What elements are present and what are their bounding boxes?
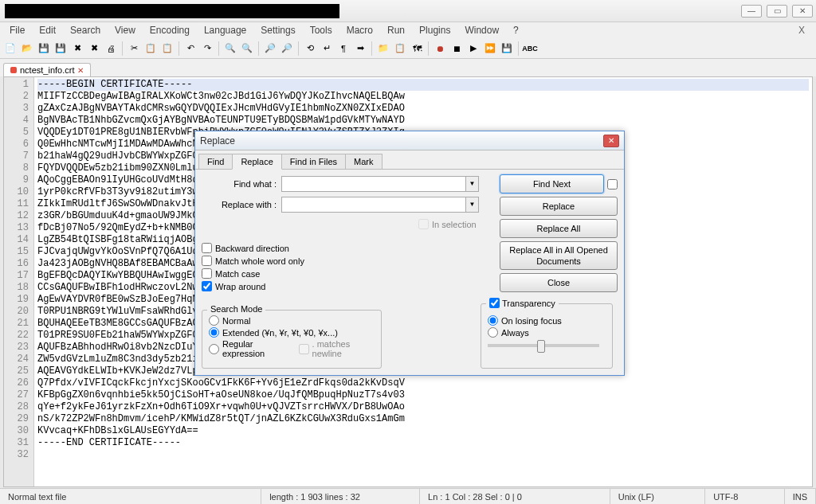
menu-plugins[interactable]: Plugins xyxy=(413,23,457,37)
in-selection-checkbox xyxy=(418,219,429,229)
mode-regex[interactable]: Regular expression . matches newline xyxy=(209,339,375,358)
close-doc-button[interactable]: X xyxy=(792,23,813,37)
close-icon[interactable]: ✖ xyxy=(70,41,84,56)
indent-icon[interactable]: ➡ xyxy=(353,41,367,56)
funclist-icon[interactable]: 📋 xyxy=(393,41,407,56)
menu-encoding[interactable]: Encoding xyxy=(143,23,196,37)
transparency-legend: Transparency xyxy=(502,299,555,308)
mode-extended-label: Extended (¥n, ¥r, ¥t, ¥0, ¥x...) xyxy=(222,328,338,338)
menu-macro[interactable]: Macro xyxy=(340,23,379,37)
save-icon[interactable]: 💾 xyxy=(37,41,51,56)
replace-icon[interactable]: 🔍 xyxy=(240,41,254,56)
minimize-button[interactable]: — xyxy=(741,5,762,18)
wrap-check[interactable]: Wrap around xyxy=(202,281,304,291)
new-icon[interactable]: 📄 xyxy=(3,41,18,56)
replace-all-docs-button[interactable]: Replace All in All Opened Documents xyxy=(500,241,618,270)
zoomout-icon[interactable]: 🔎 xyxy=(280,41,294,56)
matchcase-label: Match case xyxy=(215,269,260,279)
wrap-checkbox[interactable] xyxy=(202,281,212,291)
backward-label: Backward direction xyxy=(215,244,289,253)
status-filetype: Normal text file xyxy=(0,489,261,504)
copy-icon[interactable]: 📋 xyxy=(143,41,158,56)
tab-close-icon[interactable]: ✕ xyxy=(77,66,84,75)
wrap-icon[interactable]: ↵ xyxy=(320,41,334,56)
trans-always[interactable]: Always xyxy=(488,327,606,338)
record-icon[interactable]: ⏺ xyxy=(433,41,447,56)
menu-settings[interactable]: Settings xyxy=(254,23,301,37)
menu-tools[interactable]: Tools xyxy=(304,23,339,37)
showall-icon[interactable]: ¶ xyxy=(336,41,351,56)
zoomin-icon[interactable]: 🔎 xyxy=(263,41,277,56)
savemacro-icon[interactable]: 💾 xyxy=(500,41,514,56)
maximize-button[interactable]: ▭ xyxy=(767,5,787,18)
open-icon[interactable]: 📂 xyxy=(20,41,34,56)
find-what-input[interactable] xyxy=(281,176,466,192)
file-tab[interactable]: nctest_info.crt ✕ xyxy=(3,63,91,76)
dialog-titlebar[interactable]: Replace ✕ xyxy=(195,131,624,150)
wholeword-check[interactable]: Match whole word only xyxy=(202,256,304,266)
menu-search[interactable]: Search xyxy=(64,23,107,37)
dialog-close-btn[interactable]: Close xyxy=(500,273,618,292)
tab-find[interactable]: Find xyxy=(198,154,233,169)
mode-normal[interactable]: Normal xyxy=(209,315,375,326)
menu-file[interactable]: File xyxy=(3,23,31,37)
docmap-icon[interactable]: 🗺 xyxy=(410,41,424,56)
replace-all-button[interactable]: Replace All xyxy=(500,219,618,238)
menu-view[interactable]: View xyxy=(108,23,142,37)
find-next-button[interactable]: Find Next xyxy=(500,174,604,193)
trans-always-radio[interactable] xyxy=(488,327,498,338)
replace-dropdown-icon[interactable]: ▼ xyxy=(466,197,479,213)
tab-mark[interactable]: Mark xyxy=(345,154,382,169)
find-icon[interactable]: 🔍 xyxy=(223,41,237,56)
mode-extended[interactable]: Extended (¥n, ¥r, ¥t, ¥0, ¥x...) xyxy=(209,327,375,338)
print-icon[interactable]: 🖨 xyxy=(104,41,118,56)
mode-normal-label: Normal xyxy=(222,316,250,326)
stop-icon[interactable]: ⏹ xyxy=(449,41,464,56)
trans-losing[interactable]: On losing focus xyxy=(488,315,606,326)
saveall-icon[interactable]: 💾 xyxy=(53,41,68,56)
wholeword-checkbox[interactable] xyxy=(202,256,212,266)
transparency-slider[interactable] xyxy=(488,344,599,347)
close-button[interactable]: ✕ xyxy=(792,5,813,18)
menu-help[interactable]: ? xyxy=(507,23,525,37)
backward-checkbox[interactable] xyxy=(202,243,212,253)
matchcase-check[interactable]: Match case xyxy=(202,268,304,279)
mode-normal-radio[interactable] xyxy=(209,315,219,326)
mode-regex-radio[interactable] xyxy=(209,344,219,354)
dialog-tabs: Find Replace Find in Files Mark xyxy=(195,150,624,170)
folder-icon[interactable]: 📁 xyxy=(376,41,390,56)
replace-dialog: Replace ✕ Find Replace Find in Files Mar… xyxy=(194,131,625,376)
newline-checkbox xyxy=(299,344,309,354)
menu-run[interactable]: Run xyxy=(381,23,411,37)
status-length: length : 1 903 lines : 32 xyxy=(261,489,420,504)
redo-icon[interactable]: ↷ xyxy=(200,41,214,56)
cut-icon[interactable]: ✂ xyxy=(127,41,141,56)
tab-replace[interactable]: Replace xyxy=(232,154,281,170)
menubar: File Edit Search View Encoding Language … xyxy=(0,22,816,38)
find-next-extra-checkbox[interactable] xyxy=(607,179,618,189)
mode-extended-radio[interactable] xyxy=(209,327,219,338)
dialog-close-button[interactable]: ✕ xyxy=(603,135,619,147)
play-icon[interactable]: ▶ xyxy=(466,41,481,56)
backward-check[interactable]: Backward direction xyxy=(202,243,304,253)
trans-losing-label: On losing focus xyxy=(501,316,562,326)
menu-window[interactable]: Window xyxy=(458,23,505,37)
transparency-checkbox[interactable] xyxy=(489,298,500,308)
find-dropdown-icon[interactable]: ▼ xyxy=(466,176,479,192)
trans-losing-radio[interactable] xyxy=(488,315,498,326)
wrap-label: Wrap around xyxy=(215,282,265,291)
menu-edit[interactable]: Edit xyxy=(33,23,62,37)
sync-icon[interactable]: ⟲ xyxy=(303,41,317,56)
paste-icon[interactable]: 📋 xyxy=(160,41,175,56)
closeall-icon[interactable]: ✖ xyxy=(87,41,101,56)
undo-icon[interactable]: ↶ xyxy=(183,41,198,56)
spellcheck-icon[interactable]: ABC xyxy=(523,41,537,56)
dialog-title: Replace xyxy=(200,135,235,147)
menu-language[interactable]: Language xyxy=(198,23,253,37)
tab-findinfiles[interactable]: Find in Files xyxy=(281,154,346,169)
replace-with-input[interactable] xyxy=(281,197,466,213)
replace-button[interactable]: Replace xyxy=(500,197,618,216)
matchcase-checkbox[interactable] xyxy=(202,268,212,279)
tab-label: nctest_info.crt xyxy=(20,65,74,75)
playmulti-icon[interactable]: ⏩ xyxy=(483,41,497,56)
